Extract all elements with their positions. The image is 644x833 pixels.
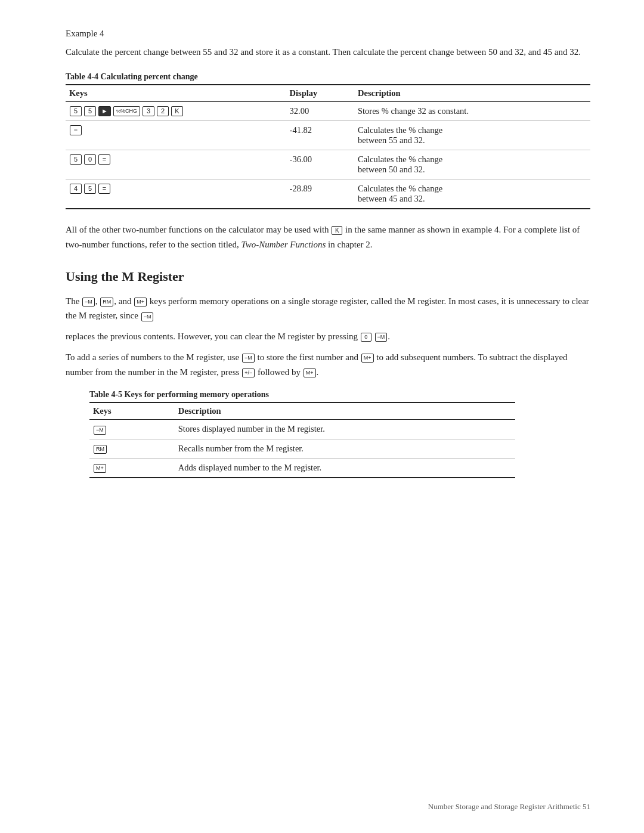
keys-cell: = (66, 121, 286, 150)
desc-cell: Calculates the % changebetween 50 and 32… (354, 150, 590, 179)
display-cell: -41.82 (286, 121, 354, 150)
keys-cell: 5 5 ► %%CHG 3 2 K (66, 102, 286, 121)
key-pctchg: %%CHG (113, 106, 140, 116)
display-cell: 32.00 (286, 102, 354, 121)
keys-cell: 4 5 = (66, 179, 286, 209)
inline-key-minusM3: −M (375, 333, 388, 342)
desc-cell: Recalls number from the M register. (175, 439, 515, 458)
inline-key-Mplus2: M+ (361, 354, 374, 363)
key-3: 3 (143, 106, 154, 116)
inline-key-minusM1: −M (82, 298, 95, 306)
keys-cell: M+ (89, 458, 175, 478)
inline-key-minusM4: −M (242, 354, 255, 363)
body-para-m2: replaces the previous contents. However,… (66, 329, 590, 344)
table-row: M+ Adds displayed number to the M regist… (89, 458, 515, 478)
table-row: 4 5 = -28.89 Calculates the % changebetw… (66, 179, 590, 209)
table-row: RM Recalls number from the M register. (89, 439, 515, 458)
table-row: = -41.82 Calculates the % changebetween … (66, 121, 590, 150)
key-K: K (171, 106, 183, 116)
table4-4-wrapper: Table 4-4 Calculating percent change Key… (66, 72, 590, 209)
italic-text: Two-Number Functions (242, 240, 326, 249)
key-2: 2 (157, 106, 169, 116)
key-5b: 5 (84, 106, 96, 116)
col-header-keys: Keys (66, 85, 286, 102)
col2-header-keys: Keys (89, 402, 175, 420)
key-equals2: = (98, 154, 110, 165)
key-5c: 5 (70, 154, 82, 165)
table4-5-caption: Table 4-5 Keys for performing memory ope… (89, 390, 590, 400)
key-4: 4 (70, 184, 82, 194)
body-para-k: All of the other two-number functions on… (66, 222, 590, 252)
table-row: 5 5 ► %%CHG 3 2 K 32.00 Stores % change … (66, 102, 590, 121)
page-footer: Number Storage and Storage Register Arit… (428, 802, 590, 812)
example-label: Example 4 (66, 29, 590, 39)
desc-cell: Adds displayed number to the M register. (175, 458, 515, 478)
section-heading-m-register: Using the M Register (66, 269, 590, 284)
inline-key-minusM2: −M (141, 312, 154, 321)
display-cell: -28.89 (286, 179, 354, 209)
desc-cell: Calculates the % changebetween 55 and 32… (354, 121, 590, 150)
table-row: −M Stores displayed number in the M regi… (89, 420, 515, 439)
body-para-m1: The −M, RM, and M+ keys perform memory o… (66, 294, 590, 324)
table4-4: Keys Display Description 5 5 ► %%CHG 3 2… (66, 84, 590, 209)
desc-cell: Stores displayed number in the M registe… (175, 420, 515, 439)
display-cell: -36.00 (286, 150, 354, 179)
key-equals3: = (98, 184, 110, 194)
keys-cell: −M (89, 420, 175, 439)
inline-key-RM-t: RM (94, 445, 107, 454)
inline-key-Mplus3: M+ (304, 368, 316, 377)
body-para-m3: To add a series of numbers to the M regi… (66, 350, 590, 380)
table-row: 5 0 = -36.00 Calculates the % changebetw… (66, 150, 590, 179)
inline-key-Mplus1: M+ (134, 298, 147, 306)
table4-4-caption: Table 4-4 Calculating percent change (66, 72, 590, 82)
key-equals: = (70, 125, 82, 135)
keys-cell: RM (89, 439, 175, 458)
desc-cell: Stores % change 32 as constant. (354, 102, 590, 121)
keys-cell: 5 0 = (66, 150, 286, 179)
intro-paragraph: Calculate the percent change between 55 … (66, 45, 590, 59)
table4-5-wrapper: Table 4-5 Keys for performing memory ope… (89, 390, 590, 478)
inline-key-0: 0 (361, 333, 371, 342)
desc-cell: Calculates the % changebetween 45 and 32… (354, 179, 590, 209)
inline-key-Mplus-t: M+ (94, 464, 106, 473)
key-5: 5 (70, 106, 82, 116)
table4-5: Keys Description −M Stores displayed num… (89, 402, 515, 478)
col-header-display: Display (286, 85, 354, 102)
inline-key-plusminus: +/− (242, 368, 255, 377)
inline-key-RM: RM (100, 298, 113, 306)
key-5d: 5 (84, 184, 96, 194)
inline-key-K: K (332, 226, 342, 235)
key-0: 0 (84, 154, 96, 165)
key-arrow: ► (98, 106, 111, 116)
col2-header-desc: Description (175, 402, 515, 420)
inline-key-minusM-t: −M (94, 426, 106, 435)
col-header-description: Description (354, 85, 590, 102)
